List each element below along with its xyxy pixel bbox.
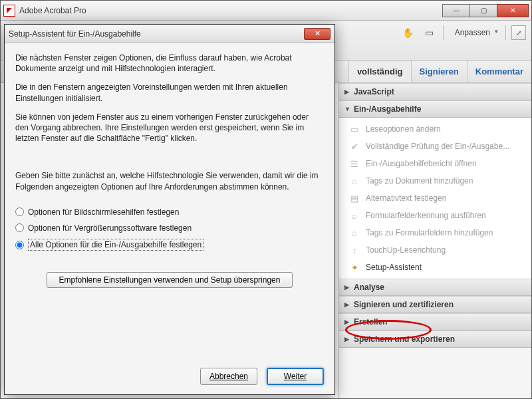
skip-setup-button[interactable]: Empfohlene Einstellungen verwenden und S… xyxy=(47,272,293,288)
section-label: Ein-/Ausgabehilfe xyxy=(354,104,421,114)
dialog-body: Die nächsten Fenster zeigen Optionen, di… xyxy=(5,43,334,361)
alttext-icon: ▤ xyxy=(348,192,360,204)
section-label: Speichern und exportieren xyxy=(354,334,455,344)
dialog-footer: Abbrechen Weiter xyxy=(5,361,334,394)
chevron-right-icon: ▶ xyxy=(344,336,351,342)
radio-label: Optionen für Vergrößerungssoftware festl… xyxy=(28,223,192,233)
section-accessibility-body: ▭ Leseoptionen ändern ✔ Vollständige Prü… xyxy=(339,118,531,279)
dialog-paragraph: Die nächsten Fenster zeigen Optionen, di… xyxy=(15,53,324,74)
tool-add-tags[interactable]: ⌂ Tags zu Dokument hinzufügen xyxy=(339,172,531,190)
book-icon: ▭ xyxy=(348,123,360,135)
radio-input[interactable] xyxy=(15,223,24,232)
tab-tools[interactable]: vollständig xyxy=(348,61,411,82)
maximize-button[interactable]: ▢ xyxy=(469,4,497,17)
tool-alt-text[interactable]: ▤ Alternativtext festlegen xyxy=(339,190,531,207)
tool-label: Tags zu Formularfeldern hinzufügen xyxy=(366,228,493,237)
dialog-paragraph: Geben Sie bitte zunächst an, welche Hilf… xyxy=(15,170,324,192)
cancel-button[interactable]: Abbrechen xyxy=(200,368,257,385)
toolbar-separator xyxy=(443,25,444,40)
tab-comment[interactable]: Kommentar xyxy=(467,61,531,82)
tools-panel: ▶ JavaScript ▼ Ein-/Ausgabehilfe ▭ Leseo… xyxy=(338,83,531,398)
tool-open-report[interactable]: ☰ Ein-/Ausgabehilfebericht öffnen xyxy=(339,155,531,172)
tool-touchup[interactable]: ↕ TouchUp-Leserichtung xyxy=(339,241,531,259)
dialog-titlebar[interactable]: Setup-Assistent für Ein-/Ausgabehilfe ✕ xyxy=(5,25,334,43)
radio-screenreader[interactable]: Optionen für Bildschirmlesehilfen festle… xyxy=(15,204,324,220)
wand-icon: ✦ xyxy=(348,261,360,273)
tool-full-check[interactable]: ✔ Vollständige Prüfung der Ein-/Ausgabe.… xyxy=(339,138,531,155)
chevron-right-icon: ▶ xyxy=(344,88,351,95)
toolbar-separator xyxy=(505,25,506,40)
tool-setup-assistant[interactable]: ✦ Setup-Assistent xyxy=(339,259,531,276)
customize-dropdown[interactable]: Anpassen xyxy=(449,25,500,41)
radio-input[interactable] xyxy=(15,207,24,216)
section-label: Analyse xyxy=(354,283,384,292)
dialog-title: Setup-Assistent für Ein-/Ausgabehilfe xyxy=(9,29,304,39)
minimize-button[interactable]: — xyxy=(442,4,470,17)
dialog-close-button[interactable]: ✕ xyxy=(304,28,331,40)
formtag-icon: ⌂ xyxy=(348,227,360,239)
radio-magnifier[interactable]: Optionen für Vergrößerungssoftware festl… xyxy=(15,220,324,236)
magnify-icon: ⌕ xyxy=(348,209,360,221)
section-create[interactable]: ▶ Erstellen xyxy=(339,313,531,331)
radio-group: Optionen für Bildschirmlesehilfen festle… xyxy=(15,204,324,254)
section-sign-cert[interactable]: ▶ Signieren und zertifizieren xyxy=(339,296,531,313)
tool-label: Setup-Assistent xyxy=(366,263,422,272)
radio-label: Alle Optionen für die Ein-/Ausgabehilfe … xyxy=(28,239,203,251)
tool-form-tags[interactable]: ⌂ Tags zu Formularfeldern hinzufügen xyxy=(339,224,531,241)
chevron-right-icon: ▶ xyxy=(344,301,351,308)
main-titlebar[interactable]: Adobe Acrobat Pro — ▢ ✕ xyxy=(1,1,531,21)
check-icon: ✔ xyxy=(348,140,360,152)
close-button[interactable]: ✕ xyxy=(497,4,529,17)
tag-icon: ⌂ xyxy=(348,175,360,187)
next-button[interactable]: Weiter xyxy=(267,368,324,385)
tab-sign[interactable]: Signieren xyxy=(411,61,467,82)
chevron-right-icon: ▶ xyxy=(344,319,351,325)
chevron-right-icon: ▶ xyxy=(344,284,351,291)
radio-label: Optionen für Bildschirmlesehilfen festle… xyxy=(28,207,179,217)
section-label: JavaScript xyxy=(354,87,394,96)
setup-assistant-dialog: Setup-Assistent für Ein-/Ausgabehilfe ✕ … xyxy=(4,24,335,395)
toolbar-right-cluster: ✋ ▭ Anpassen ⤢ xyxy=(400,25,526,41)
select-tool-icon[interactable]: ▭ xyxy=(422,25,438,41)
dialog-paragraph: Die in den Fenstern angezeigten Voreinst… xyxy=(15,82,324,103)
tool-label: Formularfelderkennung ausführen xyxy=(366,211,486,220)
section-label: Erstellen xyxy=(354,317,388,327)
tool-label: Alternativtext festlegen xyxy=(366,194,446,203)
tool-label: TouchUp-Leserichtung xyxy=(366,245,446,255)
skip-button-row: Empfohlene Einstellungen verwenden und S… xyxy=(15,272,324,288)
section-analyse[interactable]: ▶ Analyse xyxy=(339,279,531,296)
acrobat-logo-icon xyxy=(3,5,15,17)
window-controls: — ▢ ✕ xyxy=(442,4,529,17)
tool-form-detect[interactable]: ⌕ Formularfelderkennung ausführen xyxy=(339,207,531,224)
app-title: Adobe Acrobat Pro xyxy=(19,6,442,15)
dialog-paragraph: Sie können von jedem Fenster aus zu eine… xyxy=(15,112,324,144)
radio-input[interactable] xyxy=(15,241,24,249)
section-accessibility[interactable]: ▼ Ein-/Ausgabehilfe xyxy=(339,100,531,118)
radio-all-options[interactable]: Alle Optionen für die Ein-/Ausgabehilfe … xyxy=(15,236,324,253)
tool-read-options[interactable]: ▭ Leseoptionen ändern xyxy=(339,120,531,138)
tool-label: Vollständige Prüfung der Ein-/Ausgabe... xyxy=(366,142,509,151)
chevron-down-icon: ▼ xyxy=(344,106,351,112)
section-label: Signieren und zertifizieren xyxy=(354,300,454,309)
fullscreen-icon[interactable]: ⤢ xyxy=(511,25,526,40)
tool-label: Tags zu Dokument hinzufügen xyxy=(366,176,473,186)
tool-label: Leseoptionen ändern xyxy=(366,124,441,134)
touchup-icon: ↕ xyxy=(348,244,360,256)
report-icon: ☰ xyxy=(348,158,360,170)
tool-label: Ein-/Ausgabehilfebericht öffnen xyxy=(366,159,477,168)
section-save-export[interactable]: ▶ Speichern und exportieren xyxy=(339,331,531,348)
hand-tool-icon[interactable]: ✋ xyxy=(400,25,416,41)
section-javascript[interactable]: ▶ JavaScript xyxy=(339,83,531,100)
